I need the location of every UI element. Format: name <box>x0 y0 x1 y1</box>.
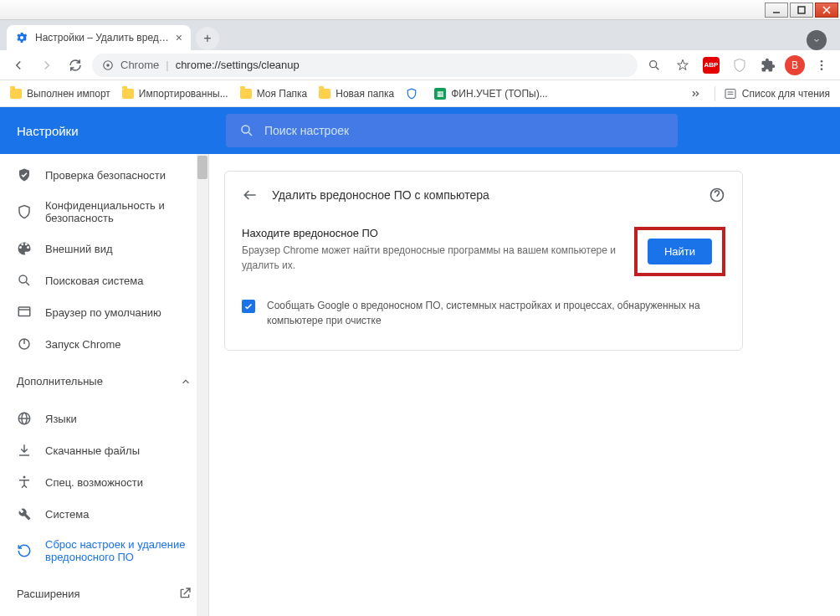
bookmarks-overflow-icon[interactable] <box>683 82 706 105</box>
settings-search[interactable] <box>226 114 678 147</box>
settings-header: Настройки <box>0 107 840 154</box>
svg-point-10 <box>821 68 823 70</box>
accessibility-icon <box>17 475 32 490</box>
restore-icon <box>17 543 32 558</box>
sidebar-item-default-browser[interactable]: Браузер по умолчанию <box>0 296 208 328</box>
find-malware-desc: Браузер Chrome может найти вредоносные п… <box>242 243 621 273</box>
sidebar-item-safety-check[interactable]: Проверка безопасности <box>0 159 208 191</box>
bookmark-link[interactable]: ▦ФИН.УЧЕТ (ТОПы)... <box>434 88 547 100</box>
settings-gear-icon <box>15 31 28 44</box>
wrench-icon <box>17 506 32 521</box>
sidebar-item-startup[interactable]: Запуск Chrome <box>0 328 208 360</box>
svg-point-6 <box>650 60 657 67</box>
sidebar-item-reset-cleanup[interactable]: Сброс настроек и удаление вредоносного П… <box>0 530 208 572</box>
sidebar-item-downloads[interactable]: Скачанные файлы <box>0 434 208 466</box>
address-bar: Chrome | chrome://settings/cleanup ABP B <box>0 50 840 80</box>
find-button-highlight: Найти <box>634 227 725 276</box>
sidebar-advanced-toggle[interactable]: Дополнительные <box>0 365 208 398</box>
svg-point-5 <box>106 64 110 67</box>
bookmark-folder[interactable]: Моя Папка <box>240 88 308 100</box>
browser-icon <box>17 305 32 320</box>
sidebar-item-search[interactable]: Поисковая система <box>0 264 208 296</box>
svg-point-8 <box>821 60 823 63</box>
svg-point-25 <box>23 476 26 479</box>
settings-content: Удалить вредоносное ПО с компьютера Нахо… <box>209 154 840 616</box>
extension-adblock-icon[interactable]: ABP <box>699 54 723 77</box>
bookmark-folder[interactable]: Новая папка <box>319 88 394 100</box>
zoom-icon[interactable] <box>643 54 666 77</box>
svg-rect-18 <box>18 307 30 316</box>
maximize-button[interactable] <box>790 3 813 18</box>
svg-line-17 <box>26 282 29 285</box>
find-malware-title: Находите вредоносное ПО <box>242 227 621 239</box>
sidebar-item-languages[interactable]: Языки <box>0 403 208 434</box>
settings-search-input[interactable] <box>264 124 664 137</box>
extension-shield-icon[interactable] <box>728 54 751 77</box>
sidebar-about-link[interactable]: О браузере Chrome <box>0 610 208 616</box>
profile-avatar[interactable]: B <box>785 55 805 75</box>
scrollbar-thumb[interactable] <box>197 156 207 179</box>
svg-point-14 <box>242 126 249 133</box>
extensions-puzzle-icon[interactable] <box>756 54 780 77</box>
report-checkbox-row[interactable]: Сообщать Google о вредоносном ПО, систем… <box>242 291 725 335</box>
settings-sidebar: Проверка безопасности Конфиденциальность… <box>0 154 209 616</box>
check-icon <box>243 301 254 311</box>
bookmark-star-icon[interactable] <box>671 54 694 77</box>
reading-list-button[interactable]: Список для чтения <box>724 87 830 100</box>
tab-title: Настройки – Удалить вредонос <box>35 32 169 44</box>
report-checkbox-label: Сообщать Google о вредоносном ПО, систем… <box>267 298 725 328</box>
search-icon <box>239 123 254 138</box>
reading-list-icon <box>724 87 737 100</box>
shield-check-icon <box>17 167 32 182</box>
svg-rect-11 <box>725 89 735 98</box>
sidebar-extensions-link[interactable]: Расширения <box>0 577 208 610</box>
bookmark-link[interactable] <box>406 88 423 100</box>
menu-dots-icon[interactable] <box>810 54 833 77</box>
help-icon[interactable] <box>709 187 725 203</box>
globe-icon <box>17 411 32 426</box>
folder-icon <box>10 89 22 99</box>
forward-button[interactable] <box>35 54 59 77</box>
report-checkbox[interactable] <box>242 300 255 313</box>
close-window-button[interactable] <box>815 3 838 18</box>
find-button[interactable]: Найти <box>648 239 712 264</box>
palette-icon <box>17 241 32 256</box>
back-arrow-icon[interactable] <box>242 187 259 203</box>
sidebar-item-system[interactable]: Система <box>0 498 208 530</box>
chrome-icon <box>102 59 114 71</box>
back-button[interactable] <box>7 54 30 77</box>
bookmark-folder[interactable]: Импортированны... <box>122 88 228 100</box>
omnibox-prefix: Chrome <box>120 59 159 71</box>
cleanup-card: Удалить вредоносное ПО с компьютера Нахо… <box>224 171 743 351</box>
browser-tab[interactable]: Настройки – Удалить вредонос × <box>7 25 191 50</box>
svg-line-7 <box>656 67 658 69</box>
window-titlebar <box>0 0 840 20</box>
launch-icon <box>178 587 192 600</box>
reload-button[interactable] <box>64 54 87 77</box>
folder-icon <box>319 89 330 99</box>
sidebar-item-appearance[interactable]: Внешний вид <box>0 233 208 264</box>
omnibox-url: chrome://settings/cleanup <box>176 59 300 71</box>
sidebar-item-accessibility[interactable]: Спец. возможности <box>0 466 208 498</box>
new-tab-button[interactable]: + <box>196 27 219 50</box>
tab-close-icon[interactable]: × <box>176 31 182 44</box>
shield-icon <box>17 204 32 219</box>
profile-chevron-icon[interactable] <box>807 30 827 50</box>
sheets-icon: ▦ <box>434 88 446 100</box>
bookmark-folder[interactable]: Выполнен импорт <box>10 88 110 100</box>
minimize-button[interactable] <box>765 3 788 18</box>
folder-icon <box>240 89 252 99</box>
omnibox[interactable]: Chrome | chrome://settings/cleanup <box>92 54 638 77</box>
sidebar-item-privacy[interactable]: Конфиденциальность и безопасность <box>0 191 208 233</box>
download-icon <box>17 443 32 458</box>
bookmarks-bar: Выполнен импорт Импортированны... Моя Па… <box>0 80 840 107</box>
tabs-bar: Настройки – Удалить вредонос × + <box>0 20 840 50</box>
power-icon <box>17 336 32 352</box>
svg-point-16 <box>19 275 27 283</box>
search-icon <box>17 273 32 288</box>
svg-rect-1 <box>798 7 805 13</box>
sidebar-scrollbar[interactable] <box>197 154 208 616</box>
shield-icon <box>406 88 417 100</box>
svg-point-9 <box>821 64 823 66</box>
svg-line-15 <box>248 132 252 136</box>
